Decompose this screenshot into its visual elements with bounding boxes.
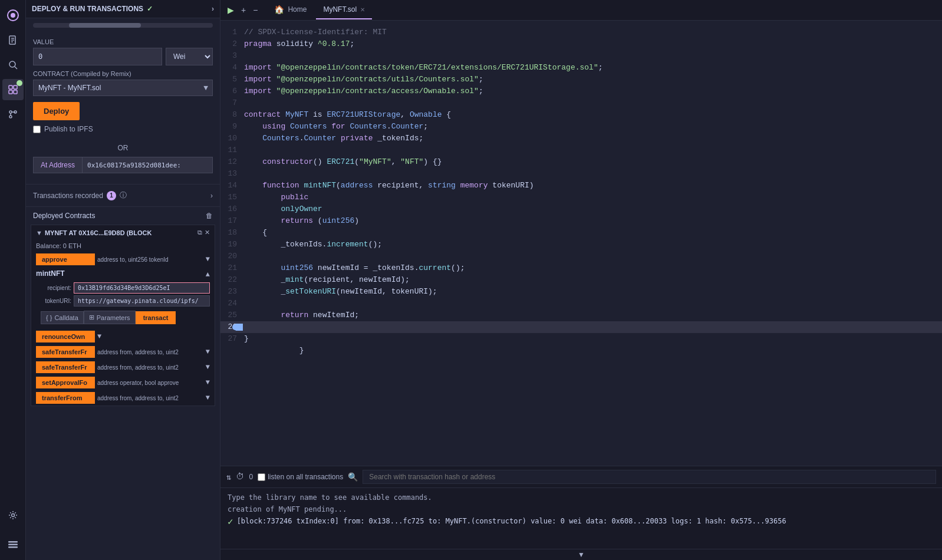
sidebar <box>0 0 26 560</box>
at-address-input[interactable] <box>82 157 213 173</box>
transact-button[interactable]: transact <box>136 311 176 324</box>
approve-button[interactable]: approve <box>36 253 95 265</box>
fn-row-setapproval: setApprovalFo address operator, bool app… <box>31 375 215 390</box>
sidebar-icon-plugin[interactable] <box>2 79 24 100</box>
code-content: // SPDX-License-Identifier: MIT pragma s… <box>244 21 942 466</box>
value-unit-select[interactable]: Wei Gwei Finney Ether <box>166 48 213 65</box>
tab-close-icon[interactable]: ✕ <box>360 6 365 13</box>
copy-address-icon[interactable]: ⧉ <box>197 229 202 236</box>
tab-mynft[interactable]: MyNFT.sol ✕ <box>316 1 372 19</box>
line-num-16: 16 <box>220 203 244 215</box>
transferfrom-button[interactable]: transferFrom <box>36 392 95 404</box>
trash-icon[interactable]: 🗑 <box>206 212 213 220</box>
console-text-2: creation of MyNFT pending... <box>228 505 347 513</box>
code-line-27: } <box>244 333 942 345</box>
deploy-panel: DEPLOY & RUN TRANSACTIONS ✓ › VALUE Wei … <box>26 0 220 560</box>
sidebar-icon-settings-bottom[interactable] <box>2 505 24 526</box>
calldata-button[interactable]: { } Calldata <box>41 311 84 324</box>
safetransfer1-button[interactable]: safeTransferFr <box>36 346 95 358</box>
calldata-icon: { } <box>46 314 52 321</box>
recipient-input[interactable] <box>74 282 210 294</box>
approve-toggle-icon[interactable]: ▼ <box>206 255 210 263</box>
line-num-4: 4 <box>220 62 244 74</box>
sidebar-icon-files[interactable] <box>2 29 24 51</box>
sidebar-icon-logo[interactable] <box>2 5 24 26</box>
fn-row-transferfrom: transferFrom address from, address to, u… <box>31 390 215 406</box>
transactions-expand-icon[interactable]: › <box>210 192 213 200</box>
sidebar-icon-git[interactable] <box>2 104 24 125</box>
code-line-15: public <box>244 192 942 203</box>
instance-name: MYNFT AT 0X16C...E9D8D (BLOCK <box>45 229 152 236</box>
safetransfer2-toggle-icon[interactable]: ▼ <box>206 363 210 371</box>
at-address-button[interactable]: At Address <box>33 157 82 173</box>
check-icon: ✓ <box>147 5 153 13</box>
instance-header-left: ▼ MYNFT AT 0X16C...E9D8D (BLOCK <box>36 229 151 236</box>
code-line-24 <box>244 298 942 309</box>
console-output: Type the library name to see available c… <box>220 488 942 549</box>
tab-home[interactable]: 🏠 Home <box>267 0 314 20</box>
remove-instance-icon[interactable]: ✕ <box>205 229 210 236</box>
zoom-in-button[interactable]: + <box>239 1 248 19</box>
code-line-5: import "@openzeppelin/contracts/utils/Co… <box>244 74 942 85</box>
line-num-25: 25 <box>220 309 244 321</box>
expand-console-btn[interactable]: ▼ <box>578 551 585 559</box>
sidebar-icon-search[interactable] <box>2 54 24 75</box>
console-line-2: creation of MyNFT pending... <box>228 503 935 515</box>
transactions-info-icon[interactable]: ⓘ <box>120 190 127 200</box>
setapproval-button[interactable]: setApprovalFo <box>36 377 95 388</box>
tokenuri-input[interactable] <box>74 295 210 307</box>
mintnft-label: mintNFT <box>36 269 65 278</box>
line-num-22: 22 <box>220 274 244 286</box>
svg-rect-8 <box>9 85 12 89</box>
transferfrom-params: address from, address to, uint2 <box>97 395 203 401</box>
parameters-icon: ⊞ <box>89 314 94 321</box>
sidebar-icon-settings[interactable] <box>2 534 24 555</box>
scroll-indicator[interactable] <box>33 23 213 28</box>
renounce-toggle-icon[interactable]: ▼ <box>97 332 101 341</box>
value-input[interactable] <box>33 48 162 65</box>
publish-ipfs-checkbox[interactable] <box>33 126 41 133</box>
mintnft-collapse-icon[interactable]: ▲ <box>206 271 210 279</box>
line-num-9: 9 <box>220 121 244 133</box>
publish-ipfs-label: Publish to IPFS <box>44 125 93 133</box>
search-console-icon[interactable]: 🔍 <box>348 472 358 482</box>
line-num-23: 23 <box>220 286 244 298</box>
listen-checkbox[interactable]: listen on all transactions <box>258 473 343 481</box>
parameters-button[interactable]: ⊞ Parameters <box>84 311 136 324</box>
at-address-row: At Address <box>33 157 213 173</box>
svg-rect-11 <box>14 90 17 94</box>
toolbar-arrows-icon[interactable]: ⇅ <box>226 472 231 482</box>
panel-collapse-btn[interactable]: › <box>212 5 214 13</box>
safetransfer1-toggle-icon[interactable]: ▼ <box>206 348 210 356</box>
code-line-12: constructor() ERC721("MyNFT", "NFT") {} <box>244 156 942 168</box>
console-success-entry: ✓ [block:737246 txIndex:0] from: 0x138..… <box>228 515 935 528</box>
run-button[interactable]: ▶ <box>225 1 236 19</box>
transactions-section: Transactions recorded 1 ⓘ › <box>26 184 220 206</box>
svg-rect-18 <box>8 544 18 546</box>
code-line-14: function mintNFT(address recipient, stri… <box>244 180 942 192</box>
code-editor[interactable]: 1 2 3 4 5 6 7 8 9 10 11 12 13 14 15 16 1… <box>220 21 942 466</box>
console-search-input[interactable] <box>363 470 936 484</box>
listen-label: listen on all transactions <box>268 473 343 481</box>
safetransfer2-button[interactable]: safeTransferFr <box>36 361 95 373</box>
svg-line-7 <box>15 67 17 69</box>
zoom-out-button[interactable]: − <box>251 1 260 19</box>
listen-input[interactable] <box>258 473 265 481</box>
approve-params: address to, uint256 tokenId <box>97 256 203 263</box>
renounce-button[interactable]: renounceOwn <box>36 331 95 342</box>
code-line-1: // SPDX-License-Identifier: MIT <box>244 27 942 38</box>
contract-select[interactable]: MyNFT - MyNFT.sol <box>33 80 213 96</box>
svg-point-13 <box>9 116 12 118</box>
panel-header: DEPLOY & RUN TRANSACTIONS ✓ › <box>26 0 220 18</box>
line-num-13: 13 <box>220 168 244 180</box>
code-line-17: returns (uint256) <box>244 215 942 227</box>
instance-collapse-icon[interactable]: ▼ <box>36 229 42 236</box>
tab-home-label: Home <box>288 5 307 14</box>
code-line-18: { <box>244 227 942 239</box>
code-line-2: pragma solidity ^0.8.17; <box>244 38 942 50</box>
deploy-button[interactable]: Deploy <box>33 102 80 120</box>
toolbar-clock-icon[interactable]: ⏱ <box>236 472 244 482</box>
setapproval-toggle-icon[interactable]: ▼ <box>206 378 210 387</box>
contract-label: CONTRACT (Compiled by Remix) <box>33 70 213 77</box>
transferfrom-toggle-icon[interactable]: ▼ <box>206 394 210 402</box>
